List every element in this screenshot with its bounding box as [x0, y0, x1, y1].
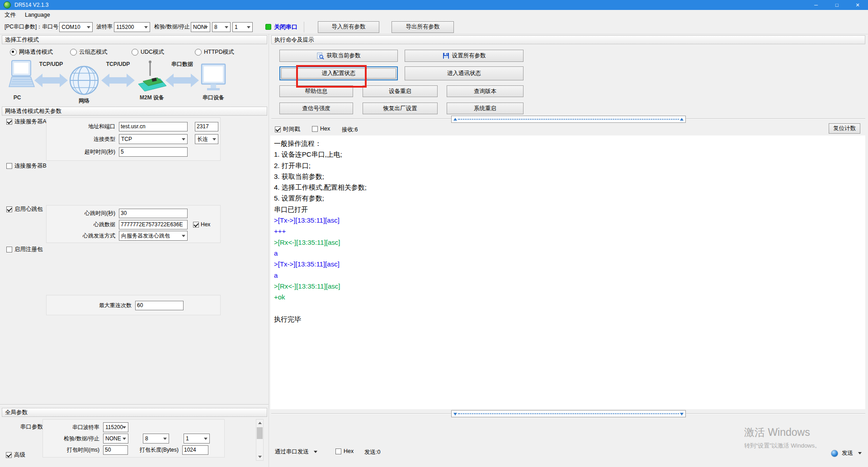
- sent-count: 发送:0: [364, 448, 380, 456]
- svg-text:PC: PC: [14, 94, 21, 101]
- windows-activation-watermark: 激活 Windows 转到“设置”以激活 Windows。: [744, 425, 821, 450]
- hb-time-input[interactable]: [119, 209, 188, 218]
- scroll-up-icon[interactable]: [256, 420, 263, 426]
- minimize-icon: ─: [814, 2, 818, 8]
- chevron-down-icon: [314, 451, 317, 453]
- query-signal-button[interactable]: 查信号强度: [279, 103, 353, 114]
- conn-type-select[interactable]: TCP: [119, 134, 188, 144]
- menu-file[interactable]: 文件: [0, 11, 20, 19]
- arrow-icon: [101, 74, 135, 87]
- advanced-checkbox[interactable]: 高级: [6, 451, 25, 459]
- keepalive-select[interactable]: 长连: [195, 134, 218, 144]
- packtime-label: 打包时间(ms): [43, 446, 103, 454]
- panel-divider: [269, 34, 269, 467]
- chevron-down-icon: [212, 138, 216, 140]
- get-params-button[interactable]: 获取当前参数: [279, 50, 398, 62]
- server-address-input[interactable]: [119, 122, 188, 131]
- commands-header: 执行命令及提示: [271, 35, 865, 44]
- chevron-down-icon: [163, 438, 167, 440]
- close-port-button[interactable]: 关闭串口: [274, 23, 297, 31]
- svg-text:TCP/UDP: TCP/UDP: [39, 61, 63, 67]
- enter-comm-button[interactable]: 进入通讯状态: [405, 66, 524, 80]
- scroll-thumb[interactable]: [257, 427, 263, 439]
- bottom-trackbar[interactable]: [451, 410, 686, 417]
- stopbits-select[interactable]: 1: [232, 22, 253, 32]
- query-version-button[interactable]: 查询版本: [447, 85, 524, 97]
- mode-option-cloud[interactable]: 云组态模式: [70, 48, 108, 56]
- net-params-header: 网络透传模式相关参数: [2, 107, 267, 116]
- toolbar-separator: [304, 22, 304, 33]
- app-icon: [4, 1, 11, 9]
- top-trackbar[interactable]: [451, 116, 686, 123]
- hb-hex-checkbox[interactable]: [193, 222, 199, 228]
- send-via-dropdown[interactable]: 通过串口发送: [275, 448, 317, 456]
- factory-reset-button[interactable]: 恢复出厂设置: [363, 103, 438, 114]
- log-line: >[Tx->][13:35:11][asc]: [274, 259, 865, 270]
- heartbeat-checkbox[interactable]: 启用心跳包: [6, 205, 43, 213]
- mode-option-udc[interactable]: UDC模式: [132, 48, 164, 56]
- left-vertical-scrollbar[interactable]: [256, 419, 264, 461]
- scroll-down-icon[interactable]: [256, 453, 263, 460]
- chevron-down-icon: [858, 452, 862, 454]
- close-button[interactable]: ✕: [847, 0, 868, 10]
- device-reboot-button[interactable]: 设备重启: [363, 85, 438, 97]
- hb-time-label: 心跳时间(秒): [47, 210, 119, 217]
- server-a-checkbox[interactable]: 连接服务器A: [6, 118, 47, 126]
- com-port-select[interactable]: COM10: [59, 22, 93, 32]
- svg-text:串口数据: 串口数据: [171, 61, 193, 67]
- export-params-button[interactable]: 导出所有参数: [392, 21, 454, 33]
- reconnect-label: 最大重连次数: [47, 302, 135, 309]
- parity-select[interactable]: NONI: [191, 22, 210, 32]
- checkbox-icon: [6, 163, 12, 169]
- parity-label: 检验/数据/停止: [154, 23, 190, 31]
- maximize-button[interactable]: □: [826, 0, 847, 10]
- system-reboot-button[interactable]: 系统重启: [447, 103, 524, 114]
- slider-thumb-icon: [453, 413, 457, 416]
- packlen-input[interactable]: [182, 445, 208, 455]
- reconnect-input[interactable]: [135, 301, 184, 310]
- log-line: >[Tx->][13:35:11][asc]: [274, 215, 865, 226]
- chevron-down-icon: [182, 235, 185, 237]
- timestamp-checkbox[interactable]: 时间戳: [275, 126, 300, 133]
- svg-text:M2M 设备: M2M 设备: [140, 94, 164, 101]
- hb-hex-label: Hex: [201, 221, 210, 228]
- send-hex-checkbox[interactable]: Hex: [335, 448, 354, 454]
- g-baud-select[interactable]: 115200: [103, 422, 128, 432]
- app-window: DR514 V2.1.3 ─ □ ✕ 文件 Language [PC串口参数]：…: [0, 0, 868, 467]
- register-checkbox[interactable]: 启用注册包: [6, 246, 43, 253]
- m2m-device-icon: [138, 61, 166, 91]
- send-button[interactable]: 发送: [831, 449, 862, 457]
- set-params-button[interactable]: 设置所有参数: [405, 50, 524, 62]
- radio-selected-icon: [10, 49, 17, 56]
- timeout-input[interactable]: [119, 147, 188, 157]
- log-line: 4. 选择工作模式,配置相关参数;: [274, 182, 865, 193]
- reset-count-button[interactable]: 复位计数: [829, 123, 860, 134]
- heartbeat-box: 心跳时间(秒) 心跳数据 Hex 心跳发送方式 向服务器发送心跳包: [46, 205, 221, 243]
- g-parity-select[interactable]: NONE: [103, 434, 128, 444]
- baud-select[interactable]: 115200: [114, 22, 150, 32]
- addr-port-label: 地址和端口: [47, 123, 119, 131]
- hb-data-label: 心跳数据: [47, 221, 119, 229]
- log-line: a: [274, 248, 865, 259]
- server-port-input[interactable]: [195, 122, 218, 131]
- pc-icon: [9, 61, 34, 87]
- mode-option-transparent[interactable]: 网络透传模式: [10, 48, 53, 56]
- log-area[interactable]: 一般操作流程：1. 设备连PC串口,上电;2. 打开串口;3. 获取当前参数;4…: [270, 135, 865, 409]
- mode-option-httpd[interactable]: HTTPD模式: [195, 48, 234, 56]
- menu-language[interactable]: Language: [20, 12, 55, 18]
- packtime-input[interactable]: [103, 445, 128, 455]
- title-bar: DR514 V2.1.3 ─ □ ✕: [0, 0, 868, 10]
- import-params-button[interactable]: 导入所有参数: [318, 21, 379, 33]
- hb-mode-select[interactable]: 向服务器发送心跳包: [119, 231, 188, 241]
- chevron-down-icon: [123, 426, 126, 429]
- databits-select[interactable]: 8: [212, 22, 231, 32]
- log-hex-checkbox[interactable]: Hex: [312, 126, 330, 132]
- svg-text:TCP/UDP: TCP/UDP: [106, 61, 130, 67]
- minimize-button[interactable]: ─: [806, 0, 826, 10]
- checkbox-icon: [6, 247, 12, 252]
- hb-data-input[interactable]: [119, 220, 188, 229]
- g-databits-select[interactable]: 8: [143, 434, 169, 444]
- serial-toolbar: [PC串口参数]：串口号 COM10 波特率 115200 检验/数据/停止 N…: [0, 20, 868, 34]
- g-stopbits-select[interactable]: 1: [184, 434, 210, 444]
- server-b-checkbox[interactable]: 连接服务器B: [6, 162, 47, 170]
